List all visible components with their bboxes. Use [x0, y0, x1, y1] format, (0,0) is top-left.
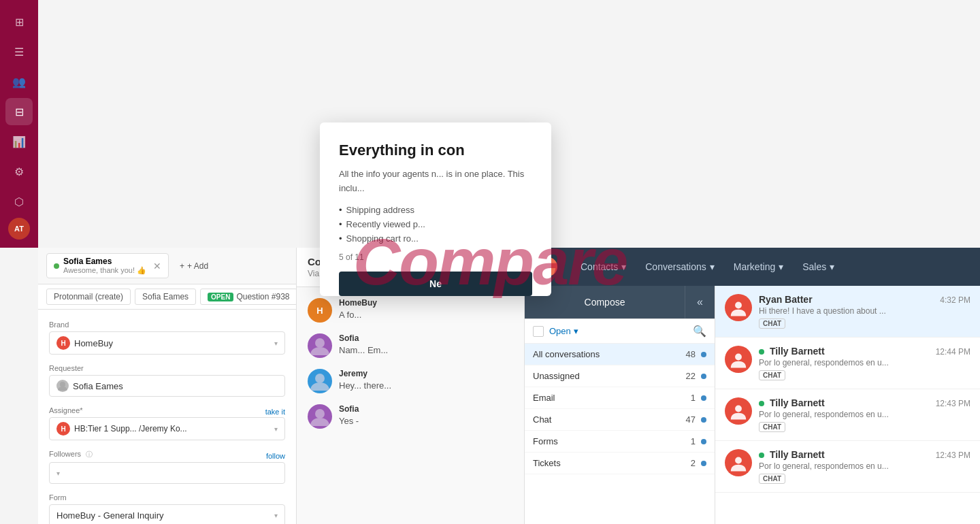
popup-title: Everything in con — [339, 142, 532, 159]
popup-list-item: Shipping address — [339, 203, 532, 217]
popup-body: All the info your agents n... is in one … — [339, 167, 532, 196]
popup-list-item: Shopping cart ro... — [339, 231, 532, 246]
popup-overlay[interactable]: Everything in con All the info your agen… — [0, 0, 980, 524]
popup-next-button[interactable]: Ne — [339, 272, 532, 296]
popup-list: Shipping address Recently viewed p... Sh… — [339, 203, 532, 246]
popup-list-item: Recently viewed p... — [339, 217, 532, 231]
help-popup: Everything in con All the info your agen… — [320, 122, 551, 296]
popup-progress: 5 of 11 — [339, 252, 532, 262]
